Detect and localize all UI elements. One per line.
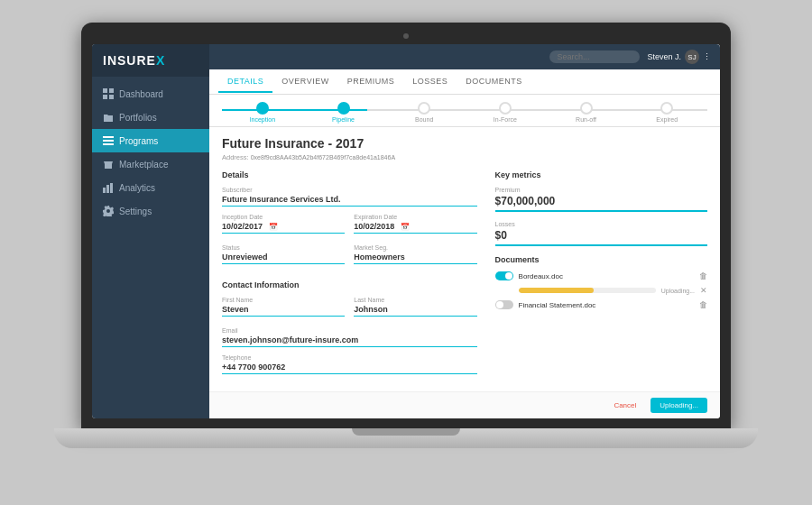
delete-icon[interactable]: 🗑 [699, 300, 707, 309]
step-label: Run-off [576, 116, 596, 123]
step-label: Pipeline [332, 116, 355, 123]
step-label: Bound [415, 116, 433, 123]
svg-rect-1 [109, 88, 114, 93]
step-dot [580, 102, 593, 115]
documents-title: Documents [495, 255, 707, 264]
sidebar-item-marketplace[interactable]: Marketplace [92, 152, 209, 176]
store-icon [103, 159, 114, 170]
logo-accent: X [156, 53, 165, 68]
doc-toggle[interactable] [495, 271, 513, 280]
status-field: Status Unreviewed [222, 244, 345, 264]
step-runoff: Run-off [546, 102, 627, 123]
page-address: Address: 0xe8f9cd8AA43b5A2b4f672B469f7ca… [222, 153, 707, 161]
chart-icon [103, 182, 114, 193]
market-seg-field: Market Seg. Homeowners [354, 244, 476, 264]
step-label: Expired [656, 116, 678, 123]
sidebar-item-label: Settings [119, 207, 152, 216]
key-metrics-title: Key metrics [495, 170, 707, 179]
step-inforce: In-Force [465, 102, 546, 123]
first-name-field: First Name Steven [222, 297, 345, 317]
svg-rect-7 [105, 164, 112, 169]
svg-rect-9 [106, 185, 109, 193]
doc-toggle[interactable] [495, 300, 513, 309]
tab-details[interactable]: Details [218, 71, 272, 93]
upload-bar-bg [519, 288, 656, 293]
svg-rect-0 [103, 88, 107, 93]
step-label: Inception [250, 116, 275, 123]
tab-documents[interactable]: Documents [457, 71, 531, 93]
step-bound: Bound [383, 102, 465, 123]
telephone-field: Telephone +44 7700 900762 [222, 354, 477, 374]
sidebar-item-programs[interactable]: Programs [92, 129, 209, 152]
action-bar: Cancel Uploading... [209, 391, 720, 418]
step-label: In-Force [494, 116, 517, 123]
delete-icon[interactable]: 🗑 [699, 271, 707, 280]
logo-text: INSURE [103, 53, 156, 68]
gear-icon [103, 206, 114, 216]
svg-rect-4 [103, 136, 114, 138]
brand-logo: INSUREX [92, 44, 209, 77]
last-name-field: Last Name Johnson [354, 297, 476, 317]
inception-date-field: Inception Date 10/02/2017 📅 [222, 214, 345, 234]
step-dot [660, 102, 673, 115]
doc-item-financial: Financial Statement.doc 🗑 [495, 300, 707, 309]
sidebar-item-analytics[interactable]: Analytics [92, 176, 209, 199]
calendar-icon: 📅 [401, 223, 410, 231]
sidebar: INSUREX Dashboard Portfolios [92, 44, 209, 418]
step-inception: Inception [222, 102, 303, 123]
step-dot [499, 102, 512, 115]
email-field: Email steven.johnson@future-insure.com [222, 327, 477, 347]
upload-cancel-icon[interactable]: ✕ [700, 286, 707, 295]
contact-section-title: Contact Information [222, 280, 477, 289]
step-dot [337, 102, 350, 115]
top-bar: Steven J. SJ ⋮ [209, 44, 720, 69]
search-input[interactable] [549, 50, 640, 63]
laptop-base [54, 428, 758, 448]
svg-rect-3 [109, 95, 114, 99]
tab-premiums[interactable]: Premiums [338, 71, 404, 93]
grid-icon [103, 88, 114, 99]
tab-losses[interactable]: Losses [403, 71, 457, 93]
svg-rect-8 [103, 188, 106, 193]
user-badge: Steven J. SJ ⋮ [647, 50, 711, 64]
page-title: Future Insurance - 2017 [222, 136, 707, 151]
documents-section: Documents Bordeaux.doc 🗑 [495, 255, 707, 309]
step-dot [418, 102, 430, 115]
svg-rect-2 [103, 95, 107, 99]
step-pipeline: Pipeline [303, 102, 384, 123]
sidebar-item-dashboard[interactable]: Dashboard [92, 82, 209, 106]
folder-icon [103, 112, 114, 123]
svg-rect-10 [110, 183, 113, 193]
premium-value: $70,000,000 [495, 195, 707, 212]
calendar-icon: 📅 [269, 223, 278, 231]
subscriber-field: Subscriber Future Insurance Services Ltd… [222, 187, 477, 207]
sidebar-item-label: Portfolios [119, 113, 157, 123]
losses-value: $0 [495, 229, 707, 246]
sidebar-item-label: Analytics [119, 183, 155, 193]
sidebar-nav: Dashboard Portfolios Programs Marke [92, 77, 209, 418]
sidebar-item-label: Dashboard [119, 89, 163, 99]
more-icon[interactable]: ⋮ [703, 52, 711, 61]
sidebar-item-portfolios[interactable]: Portfolios [92, 106, 209, 129]
expiration-date-field: Expiration Date 10/02/2018 📅 [354, 214, 476, 234]
sidebar-item-settings[interactable]: Settings [92, 199, 209, 223]
list-icon [103, 135, 114, 146]
svg-rect-6 [103, 143, 114, 145]
avatar: SJ [685, 50, 699, 64]
cancel-button[interactable]: Cancel [606, 399, 643, 412]
sidebar-item-label: Marketplace [119, 160, 168, 170]
progress-section: Inception Pipeline Bound [209, 95, 720, 127]
tab-bar: Details Overview Premiums Losses Documen… [209, 69, 720, 95]
tab-overview[interactable]: Overview [272, 71, 337, 93]
step-expired: Expired [626, 102, 707, 123]
doc-item-bordeaux: Bordeaux.doc 🗑 [495, 271, 707, 280]
contact-section: Contact Information First Name Steven La… [222, 280, 477, 374]
main-content: Steven J. SJ ⋮ Details Overview Premiums… [209, 44, 720, 418]
details-section-title: Details [222, 170, 477, 179]
step-dot [256, 102, 269, 115]
content-area: Future Insurance - 2017 Address: 0xe8f9c… [209, 127, 720, 391]
camera-dot [403, 33, 409, 39]
svg-rect-5 [103, 140, 114, 142]
user-name: Steven J. [647, 52, 681, 61]
upload-button[interactable]: Uploading... [651, 398, 707, 413]
